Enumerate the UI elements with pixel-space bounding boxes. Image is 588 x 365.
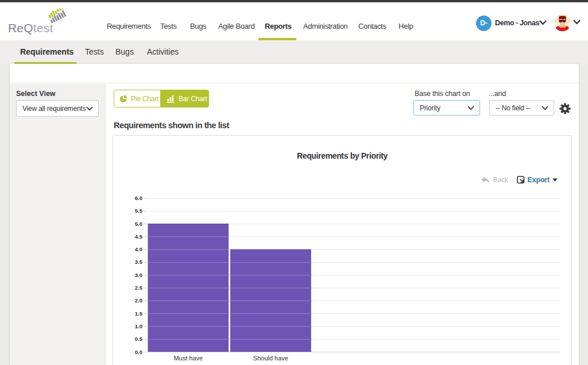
logo-bars-icon [47, 9, 71, 28]
account-badge[interactable]: D- [476, 16, 492, 31]
nav-item-reports[interactable]: Reports [265, 15, 292, 38]
svg-text:2.5: 2.5 [135, 285, 143, 291]
account-name[interactable]: Demo - Jonas [495, 15, 539, 31]
view-select-value: View all requirements [22, 101, 86, 116]
back-button[interactable]: Back [481, 176, 508, 184]
tab-requirements[interactable]: Requirements [20, 40, 74, 64]
svg-text:0.0: 0.0 [135, 349, 142, 355]
export-icon [517, 176, 525, 184]
export-button[interactable]: Export [517, 176, 558, 184]
nav-item-contacts[interactable]: Contacts [358, 15, 386, 38]
nav-item-tests[interactable]: Tests [160, 15, 177, 38]
settings-gear-icon[interactable] [559, 102, 571, 115]
tab-bugs[interactable]: Bugs [115, 40, 134, 64]
svg-text:1.0: 1.0 [135, 323, 142, 329]
svg-text:Must have: Must have [173, 355, 203, 362]
active-nav-underline [258, 38, 296, 40]
nav-item-bugs[interactable]: Bugs [190, 15, 206, 38]
user-avatar[interactable] [554, 14, 571, 32]
nav-item-administration[interactable]: Administration [303, 15, 347, 38]
select-view-label: Select View [16, 90, 56, 98]
bar-chart-button[interactable]: Bar Chart [161, 90, 209, 107]
and-field-dropdown[interactable]: -- No field -- [489, 100, 554, 116]
svg-text:0.5: 0.5 [135, 336, 143, 342]
chart-panel: Requirements by Priority Back Export 0.0… [113, 135, 572, 365]
base-chart-dropdown[interactable]: Priority [413, 100, 480, 116]
back-arrow-icon [481, 176, 490, 184]
view-select-dropdown[interactable]: View all requirements [16, 100, 99, 117]
account-chevron-down-icon[interactable] [539, 20, 547, 25]
dropdown-chevron-icon [541, 106, 548, 110]
and-field-value: -- No field -- [496, 101, 531, 115]
page: ReQtest [0, 0, 588, 365]
nav-item-help[interactable]: Help [399, 15, 413, 38]
card-header-band [10, 64, 579, 83]
svg-text:6.0: 6.0 [135, 195, 142, 201]
tab-activities[interactable]: Activities [147, 40, 179, 64]
svg-text:Should have: Should have [253, 355, 288, 362]
nav-item-agile-board[interactable]: Agile Board [218, 15, 254, 38]
tab-tests[interactable]: Tests [85, 40, 104, 64]
dropdown-chevron-icon [467, 106, 474, 110]
svg-text:3.0: 3.0 [135, 272, 142, 278]
pie-chart-icon [119, 95, 127, 103]
svg-text:2.0: 2.0 [135, 297, 142, 303]
nav-item-requirements[interactable]: Requirements [107, 15, 151, 38]
sidebar [10, 84, 106, 365]
svg-text:3.5: 3.5 [135, 259, 143, 265]
chart-type-toggle: Pie Chart Bar Chart [114, 90, 209, 107]
bar-chart: 0.00.51.01.52.02.53.03.54.04.55.05.56.0M… [115, 190, 570, 364]
chart-title: Requirements by Priority [113, 151, 571, 160]
pie-chart-button-label: Pie Chart [131, 95, 158, 103]
avatar-chevron-down-icon[interactable] [573, 20, 581, 25]
export-button-label: Export [528, 176, 550, 184]
back-button-label: Back [493, 176, 508, 184]
bar-chart-icon [167, 95, 175, 103]
dropdown-chevron-icon [86, 106, 93, 111]
reqtest-logo[interactable]: ReQtest [8, 21, 53, 35]
logo-text-req: ReQ [8, 21, 33, 34]
bar-chart-button-label: Bar Chart [179, 95, 207, 103]
base-chart-on-label: Base this chart on [415, 90, 470, 98]
pie-chart-button[interactable]: Pie Chart [114, 90, 161, 107]
export-caret-icon [552, 178, 558, 182]
svg-text:5.0: 5.0 [135, 221, 142, 227]
base-chart-value: Priority [420, 101, 440, 115]
chart-actions: Back Export [481, 175, 558, 185]
svg-text:1.5: 1.5 [135, 310, 143, 317]
svg-text:4.5: 4.5 [135, 233, 143, 240]
app-header: ReQtest [0, 2, 588, 40]
svg-text:5.5: 5.5 [135, 208, 143, 214]
svg-text:4.0: 4.0 [135, 246, 142, 252]
list-heading: Requirements shown in the list [114, 121, 229, 130]
and-label: ...and [489, 90, 506, 98]
